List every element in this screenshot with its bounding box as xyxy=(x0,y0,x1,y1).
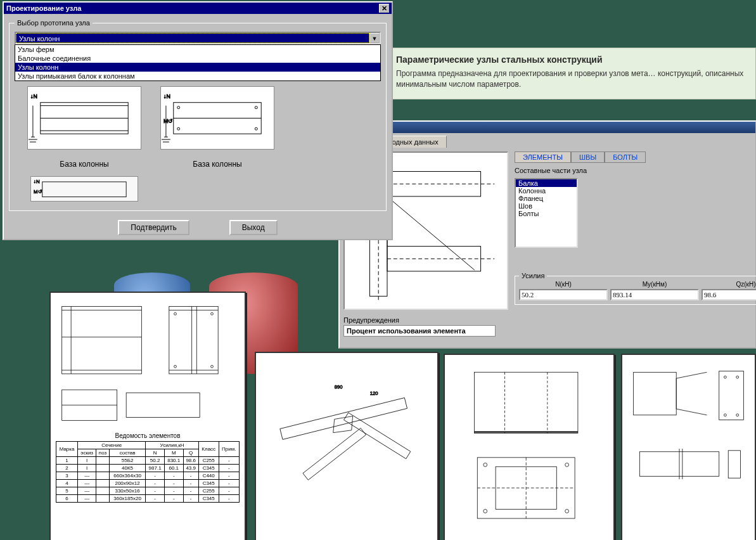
confirm-button[interactable]: Подтвердить xyxy=(118,220,189,235)
parts-listbox[interactable]: Балка Колонна Фланец Шов Болты xyxy=(515,178,578,248)
thumb2-label: База колонны xyxy=(160,160,274,169)
svg-point-39 xyxy=(211,365,214,368)
svg-point-13 xyxy=(255,106,257,109)
prototype-combo[interactable]: Узлы колонн ▼ xyxy=(15,32,381,44)
table-row: 3—660x364x30---С440- xyxy=(56,472,240,480)
svg-text:↓N: ↓N xyxy=(30,93,37,100)
svg-text:120: 120 xyxy=(370,390,378,396)
svg-line-64 xyxy=(676,409,707,415)
svg-text:↓N: ↓N xyxy=(34,179,40,184)
forces-group: Усилия N(кН) My(кНм) Qz(кН) Mz(кНм) Qy(к… xyxy=(515,272,756,305)
warnings-label: Предупреждения xyxy=(343,316,508,324)
svg-rect-26 xyxy=(62,307,142,374)
chevron-down-icon[interactable]: ▼ xyxy=(369,33,380,43)
svg-point-68 xyxy=(724,414,726,416)
svg-point-59 xyxy=(484,510,487,513)
svg-rect-44 xyxy=(344,413,411,459)
svg-rect-49 xyxy=(474,372,577,433)
props-titlebar[interactable]: Свойства xyxy=(340,122,755,133)
exit-button[interactable]: Выход xyxy=(229,220,278,235)
svg-point-66 xyxy=(724,376,726,378)
combo-selected: Узлы колонн xyxy=(16,33,369,43)
svg-rect-73 xyxy=(728,451,740,478)
table-row: 4—200x90x12---С345- xyxy=(56,480,240,487)
force-lbl-Qz: Qz(кН) xyxy=(702,281,756,288)
thumb-base-1[interactable]: ↓N xyxy=(27,86,141,150)
banner-title: Параметрические узлы стальных конструкци… xyxy=(396,55,746,65)
svg-rect-6 xyxy=(42,182,126,197)
svg-point-11 xyxy=(177,106,180,109)
parts-caption: Составные части узла xyxy=(515,167,756,174)
subtab-bolts[interactable]: БОЛТЫ xyxy=(605,151,646,163)
force-My[interactable] xyxy=(610,289,699,300)
dialog-title: Проектирование узла xyxy=(6,4,81,12)
svg-point-37 xyxy=(211,312,214,315)
svg-point-57 xyxy=(484,463,487,466)
info-banner: Параметрические узлы стальных конструкци… xyxy=(366,48,756,100)
subtab-elements[interactable]: ЭЛЕМЕНТЫ xyxy=(515,151,571,163)
svg-rect-43 xyxy=(280,398,407,440)
group-legend: Выбор прототипа узла xyxy=(15,19,93,27)
svg-rect-42 xyxy=(126,393,200,418)
table-row: 5—330x50x16---С255- xyxy=(56,487,240,495)
svg-point-14 xyxy=(255,127,257,130)
svg-text:890: 890 xyxy=(335,384,343,390)
svg-point-38 xyxy=(174,365,177,368)
drawing-sheet-3 xyxy=(444,354,615,540)
part-beam[interactable]: Балка xyxy=(516,179,577,187)
svg-point-69 xyxy=(736,414,739,416)
svg-rect-65 xyxy=(719,371,744,420)
option-trusses[interactable]: Узлы ферм xyxy=(15,45,380,54)
forces-legend: Усилия xyxy=(519,272,547,280)
prototype-dropdown[interactable]: Узлы ферм Балочные соединения Узлы колон… xyxy=(15,44,381,81)
drawing-sheet-2: 890 120 xyxy=(255,352,439,540)
table-caption: Ведомость элементов xyxy=(56,430,240,441)
drawing-sheet-4 xyxy=(621,354,756,540)
elements-table: Ведомость элементов Марка Сечение Усилия… xyxy=(56,430,240,503)
part-column[interactable]: Колонна xyxy=(516,187,577,195)
percent-usage: Процент использования элемента xyxy=(343,325,496,337)
svg-rect-61 xyxy=(634,372,677,415)
svg-point-36 xyxy=(174,312,177,315)
prototype-group: Выбор прототипа узла Узлы колонн ▼ Узлы … xyxy=(9,19,387,211)
svg-text:M↺: M↺ xyxy=(163,118,173,124)
option-columns[interactable]: Узлы колонн xyxy=(15,63,380,72)
svg-rect-31 xyxy=(169,307,218,374)
thumb1-label: База колонны xyxy=(27,160,141,169)
close-icon[interactable]: ✕ xyxy=(379,4,389,13)
svg-line-22 xyxy=(388,198,475,270)
design-dialog: Проектирование узла ✕ Выбор прототипа уз… xyxy=(3,1,393,240)
force-Qz[interactable] xyxy=(702,289,756,300)
titlebar[interactable]: Проектирование узла ✕ xyxy=(4,3,392,14)
option-beamconn[interactable]: Балочные соединения xyxy=(15,54,380,63)
option-beam2col[interactable]: Узлы примыкания балок к колоннам xyxy=(15,72,380,80)
sheet1-drawing xyxy=(56,298,240,427)
svg-point-60 xyxy=(565,510,569,513)
properties-window: Свойства Задание исходных данных xyxy=(338,120,756,349)
svg-point-67 xyxy=(736,376,739,378)
force-lbl-My: My(кНм) xyxy=(610,281,699,288)
part-flange[interactable]: Фланец xyxy=(516,195,577,202)
svg-point-58 xyxy=(565,463,569,466)
banner-text: Программа предназначена для проектирован… xyxy=(396,68,746,90)
thumb-base-2[interactable]: ↓N M↺ xyxy=(160,86,274,150)
svg-point-12 xyxy=(177,127,180,130)
force-lbl-N: N(кН) xyxy=(519,281,608,288)
thumb-base-1b[interactable]: ↓N M↺ xyxy=(30,176,138,202)
part-weld[interactable]: Шов xyxy=(516,202,577,210)
force-N[interactable] xyxy=(519,289,608,300)
subtab-welds[interactable]: ШВЫ xyxy=(571,151,605,163)
table-row: 6—360x185x20---С345- xyxy=(56,495,240,503)
table-row: 2I40К5987.160.143.9С345- xyxy=(56,465,240,472)
part-bolts[interactable]: Болты xyxy=(516,210,577,217)
table-row: 1I55Б250.2830.198.6С255- xyxy=(56,457,240,465)
svg-rect-45 xyxy=(303,428,366,480)
svg-text:M↺: M↺ xyxy=(34,189,42,195)
svg-line-63 xyxy=(676,372,707,378)
drawing-sheet-1: Ведомость элементов Марка Сечение Усилия… xyxy=(49,292,246,540)
svg-text:↓N: ↓N xyxy=(163,93,170,100)
